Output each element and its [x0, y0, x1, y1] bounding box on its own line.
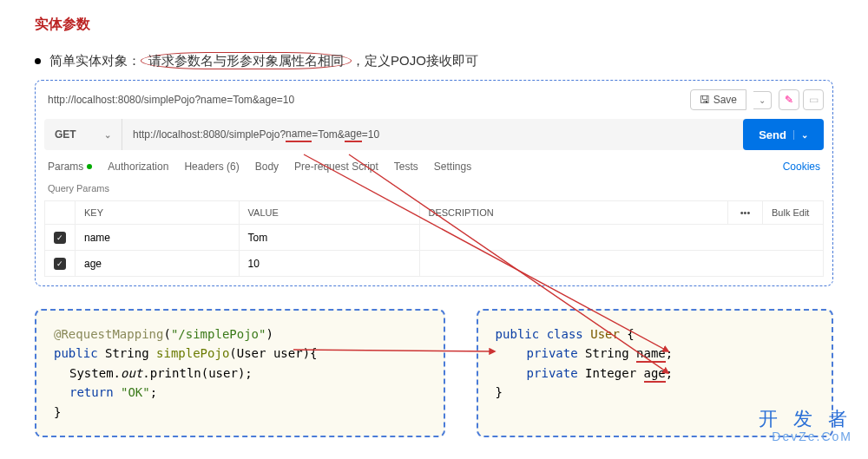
col-desc: DESCRIPTION [419, 201, 728, 225]
method-dropdown[interactable]: GET ⌄ [44, 119, 122, 150]
tab-settings[interactable]: Settings [434, 161, 471, 173]
more-button[interactable]: ••• [728, 201, 763, 225]
section-title: 实体参数 [35, 16, 868, 34]
postman-panel: http://localhost:8080/simplePojo?name=To… [35, 80, 833, 286]
chevron-down-icon: ⌄ [793, 130, 808, 140]
table-header: KEY VALUE DESCRIPTION ••• Bulk Edit [45, 201, 824, 225]
send-button[interactable]: Send ⌄ [743, 119, 824, 150]
tab-headers[interactable]: Headers (6) [184, 161, 239, 173]
active-dot-icon [87, 164, 92, 169]
subtitle-text: 简单实体对象：请求参数名与形参对象属性名相同，定义POJO接收即可 [49, 53, 478, 69]
url-param-name: name [286, 128, 312, 142]
query-params-label: Query Params [44, 183, 824, 200]
pencil-icon: ✎ [785, 94, 793, 106]
col-value: VALUE [239, 201, 419, 225]
params-table: KEY VALUE DESCRIPTION ••• Bulk Edit ✓ na… [44, 200, 824, 277]
cell-key[interactable]: age [76, 251, 240, 277]
edit-button[interactable]: ✎ [779, 89, 799, 110]
table-row: ✓ age 10 [45, 251, 824, 277]
save-icon: 🖫 [700, 94, 710, 106]
subtitle-row: 简单实体对象：请求参数名与形参对象属性名相同，定义POJO接收即可 [35, 53, 868, 69]
url-param-age: age [345, 128, 362, 142]
field-age: age [644, 366, 666, 383]
save-button[interactable]: 🖫 Save [690, 89, 746, 110]
cell-value[interactable]: Tom [239, 225, 419, 251]
request-breadcrumb: http://localhost:8080/simplePojo?name=To… [44, 94, 683, 106]
chevron-down-icon: ⌄ [104, 130, 111, 140]
bulk-edit-button[interactable]: Bulk Edit [763, 201, 824, 225]
cell-value[interactable]: 10 [239, 251, 419, 277]
tab-body[interactable]: Body [255, 161, 279, 173]
tabs-row: Params Authorization Headers (6) Body Pr… [44, 161, 824, 183]
cookies-link[interactable]: Cookies [783, 161, 820, 173]
tab-prerequest[interactable]: Pre-request Script [294, 161, 378, 173]
field-name: name [636, 346, 666, 363]
subtitle-highlight: 请求参数名与形参对象属性名相同 [141, 52, 352, 69]
tab-authorization[interactable]: Authorization [108, 161, 168, 173]
cell-key[interactable]: name [76, 225, 240, 251]
row-checkbox[interactable]: ✓ [54, 232, 66, 244]
col-key: KEY [76, 201, 240, 225]
tab-tests[interactable]: Tests [394, 161, 418, 173]
save-dropdown[interactable]: ⌄ [753, 91, 772, 109]
row-checkbox[interactable]: ✓ [54, 258, 66, 270]
tab-params[interactable]: Params [48, 161, 92, 173]
bullet-icon [35, 58, 41, 64]
comment-icon: ▭ [809, 94, 819, 106]
comment-button[interactable]: ▭ [803, 89, 824, 110]
url-input[interactable]: http://localhost:8080/simplePojo?name=To… [122, 119, 736, 150]
table-row: ✓ name Tom [45, 225, 824, 251]
watermark: 开 发 者 DevZe.CoM [759, 409, 852, 443]
code-controller: @RequestMapping("/simplePojo") public St… [35, 309, 445, 437]
